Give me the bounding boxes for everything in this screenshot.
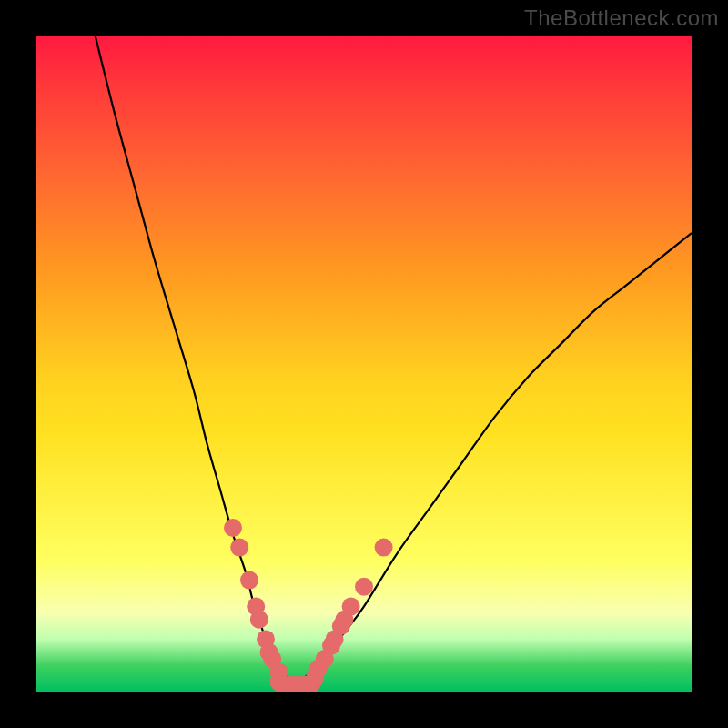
marker-dot — [250, 611, 268, 629]
attribution-label: TheBottleneck.com — [524, 5, 719, 31]
plot-area — [36, 36, 692, 692]
chart-svg — [36, 36, 692, 692]
marker-dot — [224, 519, 242, 537]
marker-dot — [230, 539, 248, 557]
marker-dot — [240, 571, 258, 590]
curve-left-curve — [96, 36, 292, 685]
marker-dot — [375, 539, 393, 557]
marker-dot — [342, 597, 360, 615]
chart-frame: TheBottleneck.com — [0, 0, 728, 728]
marker-dot — [355, 578, 373, 596]
